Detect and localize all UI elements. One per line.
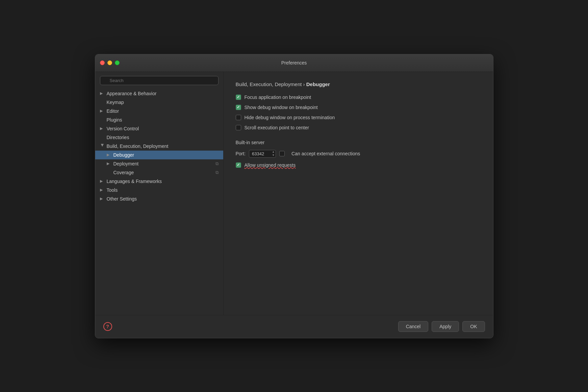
sidebar-item-appearance[interactable]: ▶ Appearance & Behavior [95,89,223,98]
checkbox-hide-debug[interactable] [236,115,241,120]
arrow-icon: ▶ [100,179,105,183]
sidebar-item-label: Build, Execution, Deployment [107,143,169,149]
sidebar-item-debugger[interactable]: ▶ Debugger [95,151,223,159]
content-area: 🔍 ▶ Appearance & Behavior Keymap ▶ Edito… [95,72,493,315]
sidebar-item-coverage[interactable]: Coverage ⧉ [95,168,223,177]
sidebar-item-plugins[interactable]: Plugins [95,115,223,124]
sidebar-item-label: Other Settings [107,196,137,202]
checkbox-label-focus-app: Focus application on breakpoint [245,95,311,100]
checkbox-show-debug[interactable] [236,105,241,110]
checkbox-allow-unsigned[interactable] [236,162,241,168]
cancel-button[interactable]: Cancel [398,321,429,332]
checkbox-label-allow-unsigned: Allow unsigned requests [245,162,296,168]
breadcrumb-suffix: Debugger [306,81,330,87]
sidebar-item-label: Coverage [113,170,134,175]
sidebar-item-build[interactable]: ▶ Build, Execution, Deployment [95,142,223,151]
checkbox-scroll-exec[interactable] [236,125,241,130]
sidebar-item-version-control[interactable]: ▶ Version Control [95,124,223,133]
arrow-icon: ▶ [100,144,104,149]
checkbox-row-show-debug: Show debug window on breakpoint [236,105,481,110]
footer: ? Cancel Apply OK [95,315,493,338]
apply-button[interactable]: Apply [432,321,459,332]
sidebar-item-label: Debugger [113,152,134,158]
arrow-icon: ▶ [100,188,105,192]
search-wrap: 🔍 [95,76,223,89]
spinner-up[interactable]: ▲ [271,150,275,154]
port-input-wrap: ▲ ▼ [249,150,276,158]
sidebar-item-editor[interactable]: ▶ Editor [95,107,223,115]
copy-icon: ⧉ [215,170,219,175]
nav-list: ▶ Appearance & Behavior Keymap ▶ Editor … [95,89,223,311]
sidebar-item-other-settings[interactable]: ▶ Other Settings [95,194,223,203]
sidebar-item-label: Deployment [113,161,139,166]
sidebar-item-deployment[interactable]: ▶ Deployment ⧉ [95,159,223,168]
arrow-icon: ▶ [100,109,105,113]
sidebar-item-label: Keymap [107,100,124,105]
sidebar-item-label: Editor [107,108,119,114]
sidebar-item-label: Plugins [107,117,122,123]
port-label: Port: [236,151,246,156]
checkbox-row-scroll: Scroll execution point to center [236,125,481,130]
footer-left: ? [103,322,398,331]
checkbox-label-show-debug: Show debug window on breakpoint [245,105,318,110]
arrow-icon: ▶ [107,153,111,157]
preferences-window: Preferences 🔍 ▶ Appearance & Behavior Ke… [95,54,493,338]
sidebar-item-tools[interactable]: ▶ Tools [95,186,223,194]
checkbox-row-hide-debug: Hide debug window on process termination [236,115,481,120]
window-title: Preferences [281,60,307,66]
breadcrumb-prefix: Build, Execution, Deployment › [236,81,306,87]
arrow-icon: ▶ [100,91,105,96]
footer-buttons: Cancel Apply OK [398,321,485,332]
arrow-icon: ▶ [100,126,105,131]
checkbox-row-allow-unsigned: Allow unsigned requests [236,162,481,168]
arrow-icon: ▶ [100,197,105,201]
copy-icon: ⧉ [215,161,219,166]
sidebar-item-label: Languages & Frameworks [107,179,162,184]
checkbox-label-hide-debug: Hide debug window on process termination [245,115,335,120]
sidebar-item-keymap[interactable]: Keymap [95,98,223,107]
checkbox-label-can-accept: Can accept external connections [291,151,360,156]
sidebar: 🔍 ▶ Appearance & Behavior Keymap ▶ Edito… [95,72,224,315]
maximize-button[interactable] [115,60,120,65]
sidebar-item-label: Tools [107,187,118,193]
arrow-icon: ▶ [107,161,111,166]
sidebar-item-label: Directories [107,135,129,140]
spinner-down[interactable]: ▼ [271,154,275,157]
checkbox-can-accept[interactable] [279,151,285,156]
sidebar-item-label: Version Control [107,126,139,131]
help-button[interactable]: ? [103,322,112,331]
checkbox-label-scroll-exec: Scroll execution point to center [245,125,309,130]
breadcrumb: Build, Execution, Deployment › Debugger [236,81,481,87]
sidebar-item-languages[interactable]: ▶ Languages & Frameworks [95,177,223,186]
minimize-button[interactable] [107,60,112,65]
section-title-builtin: Built-in server [236,140,481,145]
search-input[interactable] [100,76,219,85]
checkbox-row-focus: Focus application on breakpoint [236,95,481,100]
traffic-lights [100,60,120,65]
ok-button[interactable]: OK [462,321,485,332]
port-spinners: ▲ ▼ [271,150,275,158]
main-panel: Build, Execution, Deployment › Debugger … [224,72,493,315]
search-container: 🔍 [100,76,219,85]
sidebar-item-directories[interactable]: Directories [95,133,223,142]
checkbox-focus-app[interactable] [236,95,241,100]
titlebar: Preferences [95,54,493,72]
port-row: Port: ▲ ▼ Can accept external connection… [236,150,481,158]
sidebar-item-label: Appearance & Behavior [107,91,157,96]
close-button[interactable] [100,60,105,65]
